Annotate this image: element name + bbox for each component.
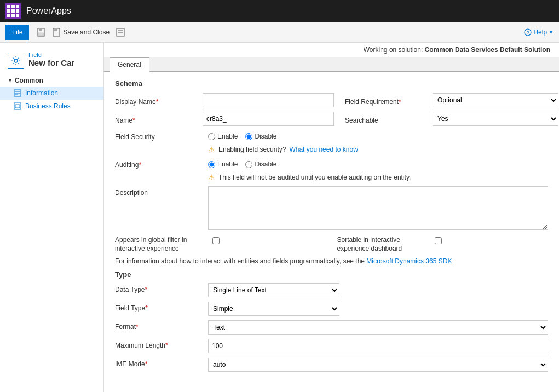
- entity-name: New for Car: [28, 58, 74, 67]
- field-security-enable-radio[interactable]: Enable: [208, 132, 238, 140]
- description-label: Description: [115, 186, 208, 197]
- svg-point-10: [14, 59, 18, 62]
- svg-rect-2: [38, 33, 44, 36]
- display-name-row: Display Name* Field Requirement* Optiona…: [115, 93, 548, 107]
- save-icon: [37, 28, 45, 37]
- info-link-row: For information about how to interact wi…: [115, 257, 548, 265]
- display-name-required: *: [156, 98, 159, 106]
- help-circle-icon: ?: [524, 28, 532, 36]
- ime-mode-label: IME Mode*: [115, 358, 208, 368]
- field-requirement-select[interactable]: Optional Business Recommended Business R…: [433, 93, 558, 107]
- toolbar: File Save and Close ? Help ▼: [0, 22, 559, 43]
- auditing-disable-radio[interactable]: Disable: [245, 160, 276, 168]
- data-type-required: *: [145, 286, 147, 293]
- field-type-field: Simple Calculated Rollup: [208, 302, 548, 316]
- extra-toolbar-button[interactable]: [113, 26, 128, 38]
- max-length-row: Maximum Length*: [115, 339, 548, 353]
- name-input[interactable]: [203, 112, 334, 126]
- svg-rect-1: [39, 28, 42, 31]
- solution-bar: Working on solution: Common Data Service…: [104, 43, 559, 57]
- display-name-col: Display Name*: [115, 93, 334, 107]
- sidebar-item-information[interactable]: Information: [0, 87, 103, 100]
- nav-group-common: ▼ Common: [0, 72, 103, 87]
- searchable-col: Searchable Yes No: [345, 112, 558, 126]
- format-select[interactable]: Text Email URL: [208, 320, 548, 335]
- field-security-enable-input[interactable]: [208, 133, 215, 140]
- global-filter-label: Appears in global filter in interactive …: [115, 236, 208, 253]
- entity-header: Field New for Car: [0, 48, 103, 72]
- type-section-title: Type: [115, 270, 548, 279]
- field-label: Field: [28, 51, 74, 58]
- file-button[interactable]: File: [5, 25, 29, 40]
- field-type-required: *: [145, 304, 148, 312]
- main-layout: Field New for Car ▼ Common Information: [0, 43, 559, 392]
- sortable-label: Sortable in interactive experience dashb…: [337, 236, 430, 253]
- ime-mode-row: IME Mode* auto active inactive disabled: [115, 358, 548, 372]
- auditing-row: Auditing* Enable Disable: [115, 158, 548, 169]
- auditing-enable-radio[interactable]: Enable: [208, 160, 238, 168]
- field-type-row: Field Type* Simple Calculated Rollup: [115, 302, 548, 316]
- warning-icon: ⚠: [208, 145, 215, 154]
- sortable-checkbox[interactable]: [435, 237, 442, 244]
- field-security-warning: ⚠ Enabling field security? What you need…: [115, 145, 548, 154]
- field-security-row: Field Security Enable Disable: [115, 130, 548, 141]
- field-security-link[interactable]: What you need to know: [289, 146, 358, 153]
- sidebar-item-business-rules[interactable]: Business Rules: [0, 100, 103, 113]
- display-name-label: Display Name*: [115, 95, 203, 106]
- nav-group-triangle: ▼: [8, 78, 13, 83]
- field-security-disable-input[interactable]: [245, 133, 252, 140]
- save-close-button[interactable]: Save and Close: [49, 26, 113, 38]
- content-area: Working on solution: Common Data Service…: [104, 43, 559, 392]
- information-icon: [13, 89, 22, 97]
- form-content: Schema Display Name* Field Requirement* …: [104, 72, 559, 384]
- svg-text:?: ?: [527, 30, 529, 36]
- help-button[interactable]: ? Help ▼: [524, 28, 554, 36]
- auditing-field: Enable Disable: [208, 158, 548, 168]
- waffle-icon: [7, 5, 19, 17]
- description-row: Description: [115, 186, 548, 232]
- tab-general[interactable]: General: [110, 57, 149, 72]
- waffle-button[interactable]: [5, 3, 21, 19]
- name-row: Name* Searchable Yes No: [115, 112, 548, 126]
- data-type-select[interactable]: Single Line of Text Multiple Lines of Te…: [208, 283, 339, 297]
- top-bar: PowerApps: [0, 0, 559, 22]
- sdk-link[interactable]: Microsoft Dynamics 365 SDK: [366, 257, 452, 265]
- extra-icon: [116, 28, 125, 37]
- filter-sortable-row: Appears in global filter in interactive …: [115, 236, 548, 253]
- format-required: *: [136, 323, 139, 331]
- business-rules-icon: [13, 102, 22, 111]
- save-close-icon: [52, 28, 61, 37]
- settings-icon: [11, 56, 21, 66]
- field-type-label: Field Type*: [115, 302, 208, 312]
- auditing-disable-input[interactable]: [245, 161, 252, 168]
- svg-rect-4: [54, 28, 57, 31]
- name-label: Name*: [115, 114, 203, 124]
- description-field: [208, 186, 548, 232]
- description-textarea[interactable]: [208, 186, 548, 230]
- entity-icon: [8, 53, 24, 69]
- app-title: PowerApps: [26, 6, 71, 16]
- auditing-required: *: [139, 161, 141, 169]
- auditing-enable-input[interactable]: [208, 161, 215, 168]
- data-type-field: Single Line of Text Multiple Lines of Te…: [208, 283, 548, 297]
- max-length-required: *: [165, 342, 168, 349]
- auditing-warning-icon: ⚠: [208, 173, 215, 182]
- max-length-input[interactable]: [208, 339, 548, 353]
- help-dropdown-arrow: ▼: [549, 30, 554, 35]
- auditing-warning: ⚠ This field will not be audited until y…: [115, 173, 548, 182]
- searchable-label: Searchable: [345, 114, 433, 124]
- field-requirement-label: Field Requirement*: [345, 95, 433, 106]
- global-filter-checkbox[interactable]: [212, 237, 220, 244]
- ime-mode-field: auto active inactive disabled: [208, 358, 548, 372]
- ime-mode-select[interactable]: auto active inactive disabled: [208, 358, 548, 372]
- format-label: Format*: [115, 320, 208, 331]
- save-button[interactable]: [33, 26, 49, 38]
- data-type-label: Data Type*: [115, 283, 208, 293]
- sortable-col: Sortable in interactive experience dashb…: [337, 236, 549, 253]
- field-security-disable-radio[interactable]: Disable: [245, 132, 276, 140]
- display-name-input[interactable]: [203, 93, 334, 107]
- entity-info: Field New for Car: [28, 51, 74, 67]
- field-type-select[interactable]: Simple Calculated Rollup: [208, 302, 339, 316]
- auditing-label: Auditing*: [115, 158, 208, 169]
- searchable-select[interactable]: Yes No: [433, 112, 558, 126]
